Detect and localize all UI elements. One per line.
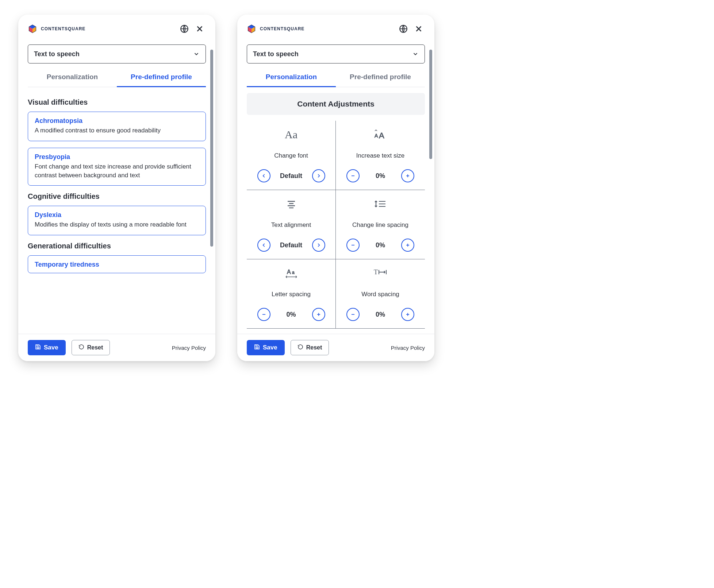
- save-icon: [254, 344, 260, 352]
- profile-title: Presbyopia: [35, 153, 199, 161]
- plus-icon: [316, 312, 321, 317]
- panel-body: Visual difficulties Achromatopsia A modi…: [18, 87, 215, 334]
- minus-icon: [350, 173, 356, 178]
- cell-value: Default: [279, 241, 304, 249]
- close-button[interactable]: [412, 23, 425, 35]
- prev-button[interactable]: [257, 169, 270, 182]
- cell-change-font: Aa Change font Default: [247, 121, 336, 190]
- increment-button[interactable]: [401, 169, 414, 182]
- close-button[interactable]: [193, 23, 206, 35]
- tabs: Personalization Pre-defined profile: [28, 73, 206, 87]
- minus-icon: [350, 243, 356, 248]
- prev-button[interactable]: [257, 239, 270, 252]
- next-button[interactable]: [312, 239, 325, 252]
- panel-personalization: CONTENTSQUARE Text t: [237, 15, 434, 361]
- cell-value: Default: [279, 172, 304, 180]
- chevron-right-icon: [316, 243, 321, 248]
- content-adjustments-header: Content Adjustments: [247, 93, 425, 115]
- plus-icon: [405, 243, 410, 248]
- decrement-button[interactable]: [257, 308, 270, 321]
- reset-button[interactable]: Reset: [291, 340, 329, 355]
- privacy-policy-link[interactable]: Privacy Policy: [172, 345, 206, 351]
- chevron-right-icon: [316, 173, 321, 178]
- cell-value: 0%: [368, 241, 393, 249]
- increment-button[interactable]: [312, 308, 325, 321]
- section-heading: Visual difficulties: [28, 98, 206, 107]
- cell-letter-spacing: A a Letter spacing 0%: [247, 259, 336, 329]
- svg-text:A: A: [287, 269, 291, 275]
- logo-icon: [28, 24, 37, 34]
- tts-select-value: Text to speech: [253, 50, 299, 58]
- increment-button[interactable]: [401, 239, 414, 252]
- decrement-button[interactable]: [346, 308, 360, 321]
- tab-personalization[interactable]: Personalization: [28, 73, 117, 87]
- tts-select-value: Text to speech: [34, 50, 80, 58]
- cell-value: 0%: [368, 172, 393, 180]
- plus-icon: [405, 312, 410, 317]
- font-icon: Aa: [285, 127, 298, 142]
- plus-icon: [405, 173, 410, 178]
- cell-label: Change font: [274, 152, 308, 159]
- svg-rect-8: [256, 347, 258, 348]
- minus-icon: [261, 312, 266, 317]
- cell-label: Change line spacing: [352, 221, 408, 229]
- next-button[interactable]: [312, 169, 325, 182]
- save-icon: [35, 344, 41, 352]
- tts-select[interactable]: Text to speech: [28, 45, 206, 63]
- save-button[interactable]: Save: [28, 340, 66, 355]
- align-icon: [286, 197, 296, 211]
- panel-predefined: CONTENTSQUARE: [18, 15, 215, 361]
- svg-rect-1: [37, 347, 39, 348]
- profile-tiredness[interactable]: Temporary tiredness: [28, 255, 206, 273]
- cell-text-size: A A Increase text size 0%: [336, 121, 425, 190]
- language-button[interactable]: [178, 23, 191, 35]
- panel-body: Content Adjustments Aa Change font Defau…: [237, 87, 434, 334]
- language-button[interactable]: [397, 23, 410, 35]
- close-icon: [196, 25, 204, 33]
- profile-achromatopsia[interactable]: Achromatopsia A modified contrast to ens…: [28, 112, 206, 141]
- reset-button[interactable]: Reset: [72, 340, 110, 355]
- profile-title: Dyslexia: [35, 211, 199, 219]
- save-label: Save: [44, 344, 58, 351]
- chevron-left-icon: [261, 243, 266, 248]
- increment-button[interactable]: [401, 308, 414, 321]
- save-label: Save: [263, 344, 277, 351]
- tts-select[interactable]: Text to speech: [247, 45, 425, 63]
- decrement-button[interactable]: [346, 169, 360, 182]
- svg-text:T: T: [374, 268, 378, 276]
- profile-desc: A modified contrast to ensure good reada…: [35, 126, 199, 135]
- cell-word-spacing: T Word spacing 0%: [336, 259, 425, 329]
- text-size-icon: A A: [374, 127, 387, 142]
- cell-label: Increase text size: [356, 152, 404, 159]
- tab-predefined[interactable]: Pre-defined profile: [336, 73, 425, 87]
- profile-title: Achromatopsia: [35, 117, 199, 125]
- close-icon: [415, 25, 423, 33]
- decrement-button[interactable]: [346, 239, 360, 252]
- svg-text:A: A: [379, 131, 384, 140]
- reset-label: Reset: [306, 344, 322, 351]
- globe-icon: [180, 24, 189, 34]
- minus-icon: [350, 312, 356, 317]
- chevron-down-icon: [412, 51, 419, 57]
- cell-value: 0%: [368, 311, 393, 318]
- line-spacing-icon: [375, 197, 386, 211]
- tab-predefined[interactable]: Pre-defined profile: [117, 73, 206, 87]
- chevron-left-icon: [261, 173, 266, 178]
- tabs: Personalization Pre-defined profile: [247, 73, 425, 87]
- profile-presbyopia[interactable]: Presbyopia Font change and text size inc…: [28, 148, 206, 186]
- privacy-policy-link[interactable]: Privacy Policy: [391, 345, 425, 351]
- reset-icon: [78, 344, 84, 351]
- save-button[interactable]: Save: [247, 340, 285, 355]
- profile-dyslexia[interactable]: Dyslexia Modifies the display of texts u…: [28, 206, 206, 235]
- adjustments-grid: Aa Change font Default: [247, 121, 425, 329]
- tab-personalization[interactable]: Personalization: [247, 73, 336, 87]
- letter-spacing-icon: A a: [285, 266, 298, 281]
- header: CONTENTSQUARE: [18, 15, 215, 39]
- cell-label: Word spacing: [361, 291, 399, 298]
- cell-label: Text alignment: [271, 221, 311, 229]
- profile-desc: Font change and text size increase and p…: [35, 162, 199, 180]
- cell-value: 0%: [279, 311, 304, 318]
- footer: Save Reset Privacy Policy: [18, 334, 215, 361]
- svg-text:A: A: [375, 133, 378, 139]
- brand-label: CONTENTSQUARE: [41, 26, 85, 31]
